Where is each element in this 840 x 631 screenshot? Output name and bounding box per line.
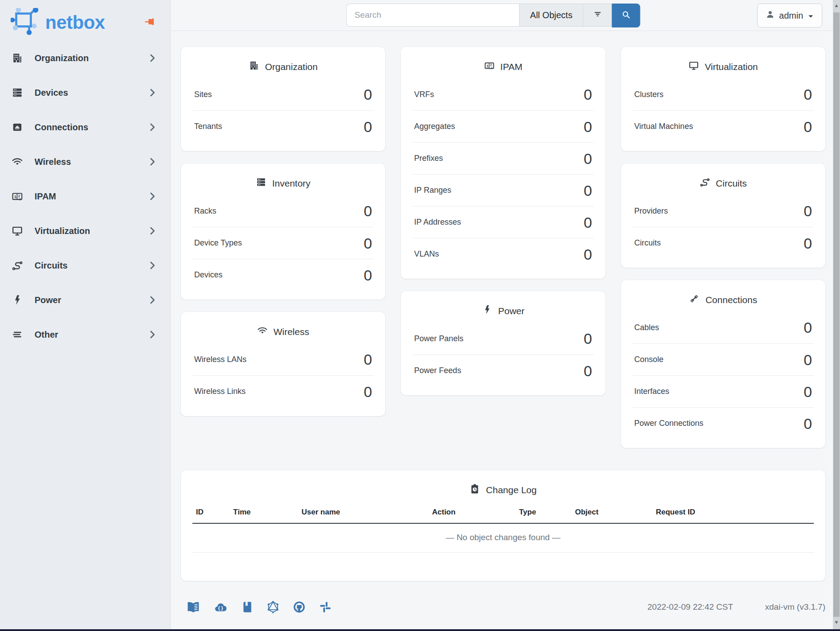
sidebar-item-organization[interactable]: Organization bbox=[0, 41, 170, 75]
stat-link[interactable]: Circuits bbox=[634, 238, 661, 248]
chevron-right-icon bbox=[150, 296, 155, 304]
sidebar-item-devices[interactable]: Devices bbox=[0, 75, 170, 110]
stat-value: 0 bbox=[363, 87, 372, 102]
stat-row: IP Ranges 0 bbox=[412, 174, 594, 206]
docs-book-open-icon[interactable] bbox=[186, 600, 200, 614]
sidebar-item-connections[interactable]: Connections bbox=[0, 110, 170, 144]
stat-row: IP Addresses 0 bbox=[412, 206, 594, 238]
clipboard-clock-icon bbox=[469, 483, 480, 496]
stat-link[interactable]: Sites bbox=[194, 90, 212, 99]
slack-icon[interactable] bbox=[319, 600, 332, 614]
scrollbar-down-arrow[interactable]: ▼ bbox=[833, 619, 840, 626]
topbar: All Objects admin bbox=[171, 0, 833, 31]
stat-row: VRFs 0 bbox=[412, 78, 594, 110]
card-title: 122 IPAM bbox=[412, 57, 594, 78]
stat-value: 0 bbox=[804, 236, 812, 251]
column-header-request-id: Request ID bbox=[652, 504, 814, 523]
stat-link[interactable]: Power Connections bbox=[634, 419, 703, 428]
stat-value: 0 bbox=[584, 183, 592, 198]
stat-link[interactable]: Power Feeds bbox=[414, 366, 461, 375]
graphql-icon[interactable] bbox=[266, 600, 280, 614]
sidebar-item-circuits[interactable]: Circuits bbox=[0, 248, 170, 283]
stat-link[interactable]: IP Ranges bbox=[414, 186, 451, 195]
sidebar-item-ipam[interactable]: 122 IPAM bbox=[0, 179, 170, 214]
stat-link[interactable]: Power Panels bbox=[414, 334, 463, 343]
search-input[interactable] bbox=[346, 4, 519, 27]
search-scope-label: All Objects bbox=[530, 10, 573, 20]
sidebar-item-label: Other bbox=[35, 330, 58, 340]
stat-row: Providers 0 bbox=[633, 195, 814, 227]
vertical-scrollbar[interactable]: ▲ ▼ bbox=[833, 0, 840, 629]
stat-link[interactable]: Virtual Machines bbox=[634, 122, 693, 131]
stat-link[interactable]: Providers bbox=[634, 206, 668, 216]
api-docs-book-icon[interactable] bbox=[241, 600, 254, 614]
stat-value: 0 bbox=[804, 320, 812, 335]
server-icon bbox=[256, 177, 266, 190]
stat-value: 0 bbox=[804, 416, 812, 431]
stat-row: Devices 0 bbox=[192, 259, 374, 291]
scrollbar-thumb[interactable] bbox=[833, 12, 840, 617]
stat-link[interactable]: Prefixes bbox=[414, 154, 443, 163]
stat-link[interactable]: Aggregates bbox=[414, 122, 455, 131]
stat-link[interactable]: Device Types bbox=[194, 238, 242, 248]
svg-text:2: 2 bbox=[490, 63, 492, 67]
sidebar-item-label: Connections bbox=[35, 122, 88, 132]
sidebar-item-label: Virtualization bbox=[35, 226, 90, 236]
netbox-logo[interactable]: netbox bbox=[11, 8, 105, 37]
building-icon bbox=[249, 60, 259, 73]
card-circuits: Circuits Providers 0 Circuits 0 bbox=[621, 164, 825, 268]
pin-sidebar-icon[interactable] bbox=[145, 17, 157, 28]
scrollbar-up-arrow[interactable]: ▲ bbox=[833, 2, 840, 9]
stat-link[interactable]: VLANs bbox=[414, 249, 439, 259]
stat-link[interactable]: Console bbox=[634, 355, 664, 364]
github-icon[interactable] bbox=[293, 600, 306, 614]
sidebar-item-label: Wireless bbox=[35, 157, 71, 167]
dashboard-column-left: Organization Sites 0 Tenants 0 Inven bbox=[181, 47, 385, 416]
stat-value: 0 bbox=[804, 203, 812, 218]
stat-link[interactable]: Interfaces bbox=[634, 387, 669, 396]
stat-link[interactable]: Devices bbox=[194, 270, 223, 280]
sidebar-item-wireless[interactable]: Wireless bbox=[0, 144, 170, 179]
stat-value: 0 bbox=[363, 119, 372, 134]
stat-link[interactable]: VRFs bbox=[414, 90, 434, 99]
rest-api-cloud-code-icon[interactable]: { } bbox=[213, 600, 228, 614]
card-rows: Clusters 0 Virtual Machines 0 bbox=[633, 78, 814, 142]
card-title: Organization bbox=[192, 57, 374, 78]
sidebar-item-power[interactable]: Power bbox=[0, 283, 170, 317]
sidebar-item-other[interactable]: Other bbox=[0, 317, 170, 352]
sidebar-item-virtualization[interactable]: Virtualization bbox=[0, 214, 170, 248]
card-title-text: Circuits bbox=[716, 178, 747, 189]
main-content: Organization Sites 0 Tenants 0 Inven bbox=[171, 31, 840, 614]
user-menu-button[interactable]: admin bbox=[757, 4, 822, 27]
stat-link[interactable]: Clusters bbox=[634, 90, 664, 99]
dashboard-column-right: Virtualization Clusters 0 Virtual Machin… bbox=[621, 47, 825, 448]
stat-row: Console 0 bbox=[633, 343, 814, 375]
chevron-right-icon bbox=[150, 54, 155, 62]
card-change-log: Change Log ID Time User name Action Type… bbox=[181, 470, 825, 581]
search-scope-select[interactable]: All Objects bbox=[519, 4, 584, 27]
card-title: Virtualization bbox=[633, 57, 814, 78]
stat-value: 0 bbox=[584, 247, 592, 262]
stat-value: 0 bbox=[804, 352, 812, 367]
search-submit-button[interactable] bbox=[612, 4, 640, 27]
netbox-logo-icon bbox=[11, 8, 39, 37]
stat-link[interactable]: Wireless Links bbox=[194, 387, 246, 396]
column-header-time: Time bbox=[230, 504, 298, 523]
stat-link[interactable]: Cables bbox=[634, 323, 659, 332]
stat-link[interactable]: IP Addresses bbox=[414, 218, 461, 227]
footer-meta: 2022-02-09 22:42 CST xdai-vm (v3.1.7) bbox=[648, 602, 826, 612]
stat-link[interactable]: Wireless LANs bbox=[194, 355, 246, 364]
search-group: All Objects bbox=[346, 4, 641, 27]
search-filter-button[interactable] bbox=[583, 4, 612, 27]
counter-icon: 122 bbox=[11, 191, 24, 202]
stat-row: Aggregates 0 bbox=[412, 110, 594, 142]
transit-icon bbox=[11, 260, 24, 271]
stat-row: Racks 0 bbox=[192, 195, 374, 227]
card-title-text: Organization bbox=[265, 62, 318, 72]
stat-link[interactable]: Tenants bbox=[194, 122, 222, 131]
window-bottom-edge bbox=[0, 629, 840, 631]
dashboard-column-middle: 122 IPAM VRFs 0 Aggregates 0 Prefixes 0 bbox=[401, 47, 605, 395]
stat-link[interactable]: Racks bbox=[194, 206, 216, 216]
stat-row: Interfaces 0 bbox=[633, 375, 814, 407]
column-header-user-name: User name bbox=[298, 504, 428, 523]
